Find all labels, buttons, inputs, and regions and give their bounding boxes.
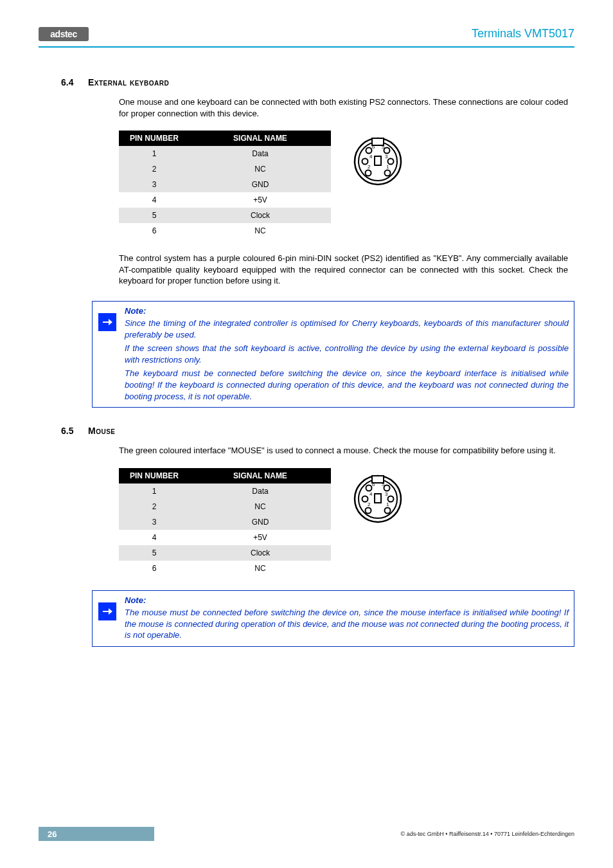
- arrow-right-icon: [98, 602, 116, 620]
- note-box-mouse: Note: The mouse must be connected before…: [92, 590, 574, 647]
- svg-point-5: [366, 170, 371, 176]
- section-number: 6.4: [61, 77, 88, 87]
- col-pin-number: PIN NUMBER: [119, 131, 190, 146]
- table-row: 1Data: [119, 146, 331, 161]
- svg-rect-3: [375, 156, 381, 165]
- table-row: 6NC: [119, 561, 331, 576]
- pin-table-wrap-keyboard: PIN NUMBER SIGNAL NAME 1Data 2NC 3GND 4+…: [119, 131, 568, 239]
- table-row: 4+5V: [119, 530, 331, 545]
- svg-text:6: 6: [372, 482, 375, 487]
- section-title: External keyboard: [88, 77, 169, 87]
- section-body-keyboard: One mouse and one keyboard can be connec…: [119, 96, 568, 287]
- pin-table-wrap-mouse: PIN NUMBER SIGNAL NAME 1Data 2NC 3GND 4+…: [119, 468, 568, 576]
- table-row: 4+5V: [119, 192, 331, 208]
- svg-text:6: 6: [372, 144, 375, 150]
- section-heading-mouse: 6.5 Mouse: [61, 426, 574, 436]
- note-text: Note: The mouse must be connected before…: [122, 591, 574, 646]
- table-row: 6NC: [119, 223, 331, 239]
- pin-table-keyboard: PIN NUMBER SIGNAL NAME 1Data 2NC 3GND 4+…: [119, 131, 331, 239]
- svg-point-24: [384, 485, 390, 491]
- section-title: Mouse: [88, 426, 116, 436]
- table-row: 5Clock: [119, 545, 331, 561]
- svg-point-8: [384, 148, 390, 154]
- header-divider: [39, 46, 574, 48]
- table-row: 3GND: [119, 177, 331, 192]
- page-footer: 26 © ads-tec GmbH • Raiffeisenstr.14 • 7…: [39, 827, 574, 841]
- table-row: 5Clock: [119, 208, 331, 223]
- svg-text:3: 3: [385, 491, 388, 497]
- svg-text:1: 1: [386, 502, 389, 507]
- svg-text:1: 1: [386, 164, 389, 170]
- svg-point-4: [385, 170, 391, 176]
- svg-text:2: 2: [368, 502, 371, 507]
- page-content: 6.4 External keyboard One mouse and one …: [61, 77, 574, 665]
- svg-text:5: 5: [382, 482, 385, 487]
- copyright-text: © ads-tec GmbH • Raiffeisenstr.14 • 7077…: [401, 831, 574, 837]
- svg-text:5: 5: [382, 144, 385, 150]
- note-icon-cell: [93, 591, 122, 646]
- page-number-badge: 26: [39, 827, 154, 841]
- mini-din-connector-icon: 1 2 3 4 5 6: [350, 473, 405, 525]
- mini-din-connector-icon: 1 2 3 4 5 6: [350, 136, 405, 187]
- section-number: 6.5: [61, 426, 88, 436]
- table-row: 2NC: [119, 161, 331, 177]
- svg-text:3: 3: [385, 154, 388, 159]
- col-pin-number: PIN NUMBER: [119, 468, 190, 484]
- svg-point-9: [366, 148, 372, 154]
- note-box-keyboard: Note: Since the timing of the integrated…: [92, 301, 574, 408]
- arrow-right-icon: [98, 313, 116, 331]
- pin-table-mouse: PIN NUMBER SIGNAL NAME 1Data 2NC 3GND 4+…: [119, 468, 331, 576]
- svg-point-20: [385, 507, 391, 513]
- svg-point-21: [366, 507, 371, 513]
- note-icon-cell: [93, 302, 122, 407]
- brand-logo: adstec: [39, 27, 89, 41]
- svg-text:2: 2: [368, 164, 371, 170]
- svg-point-25: [366, 485, 372, 491]
- col-signal-name: SIGNAL NAME: [190, 468, 331, 484]
- note-paragraph: Since the timing of the integrated contr…: [125, 318, 569, 340]
- table-row: 2NC: [119, 499, 331, 514]
- table-row: 1Data: [119, 484, 331, 499]
- svg-text:4: 4: [369, 154, 373, 159]
- svg-rect-19: [375, 494, 381, 503]
- section-heading-keyboard: 6.4 External keyboard: [61, 77, 574, 87]
- note-paragraph: If the screen shows that the soft keyboa…: [125, 343, 569, 365]
- col-signal-name: SIGNAL NAME: [190, 131, 331, 146]
- note-text: Note: Since the timing of the integrated…: [122, 302, 574, 407]
- svg-text:4: 4: [369, 491, 373, 497]
- note-heading: Note:: [125, 595, 569, 606]
- note-paragraph: The keyboard must be connected before sw…: [125, 368, 569, 402]
- after-table-paragraph: The control system has a purple coloured…: [119, 253, 568, 287]
- note-heading: Note:: [125, 305, 569, 317]
- intro-paragraph: The green coloured interface "MOUSE" is …: [119, 445, 568, 457]
- table-row: 3GND: [119, 514, 331, 530]
- document-title: Terminals VMT5017: [472, 27, 574, 41]
- intro-paragraph: One mouse and one keyboard can be connec…: [119, 96, 568, 119]
- section-body-mouse: The green coloured interface "MOUSE" is …: [119, 445, 568, 576]
- note-paragraph: The mouse must be connected before switc…: [125, 607, 569, 641]
